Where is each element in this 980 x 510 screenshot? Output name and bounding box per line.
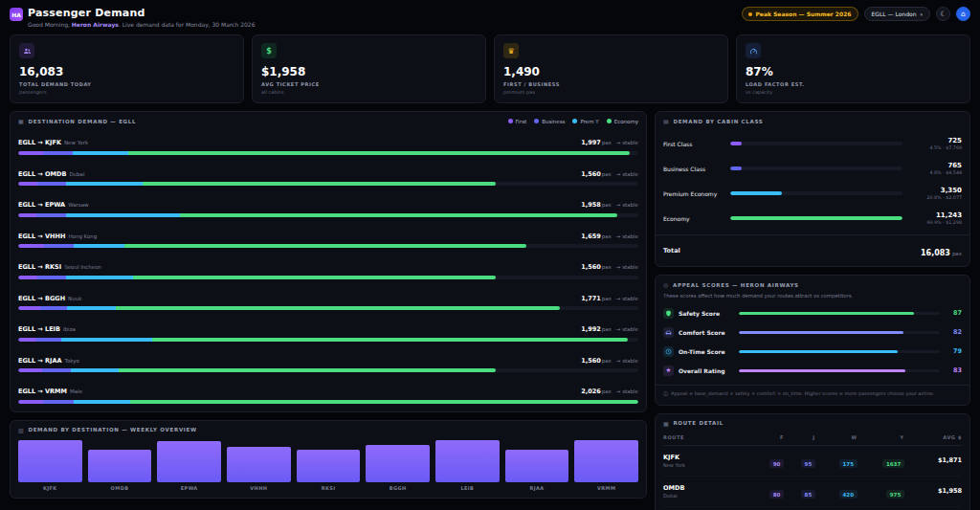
business-demand: 95: [801, 459, 815, 468]
legend-dot-business: [534, 119, 539, 123]
cabin-value: 765: [908, 162, 962, 169]
route-demand-bar: [18, 400, 638, 404]
gauge-icon: [746, 43, 761, 58]
first-segment: [18, 151, 43, 155]
cabin-class-panel: ▤ DEMAND BY CABIN CLASS First Class 7254…: [655, 111, 970, 267]
legend-dot-premy: [572, 119, 577, 123]
appeal-label: Comfort Score: [679, 329, 734, 336]
cabin-label: First Class: [663, 141, 724, 147]
legend-item-premy[interactable]: Prem Y: [572, 119, 598, 124]
economy-segment: [143, 182, 496, 186]
route-code: EGLL → RKSI: [18, 263, 61, 271]
route-trend: → stable: [616, 264, 638, 270]
legend-dot-first: [508, 119, 513, 123]
weekly-bar-group: BGGH: [366, 440, 430, 491]
stat-value: $1,958: [261, 65, 477, 78]
rows-icon: ▤: [663, 118, 669, 124]
route-pax-unit: pax: [602, 264, 612, 270]
legend-item-economy[interactable]: Economy: [607, 119, 638, 124]
panel-title-text: ROUTE DETAIL: [673, 420, 724, 426]
stat-value: 1,490: [503, 65, 719, 78]
legend-item-first[interactable]: First: [508, 119, 527, 124]
weekly-bar-group: EPWA: [157, 440, 221, 491]
page-title: Passenger Demand: [28, 7, 256, 19]
table-icon: ▦: [663, 420, 669, 427]
stat-label: FIRST / BUSINESS: [503, 81, 719, 87]
panel-title-cabin: ▤ DEMAND BY CABIN CLASS: [663, 118, 764, 124]
cabin-label: Business Class: [663, 166, 724, 172]
moon-icon: ☾: [940, 10, 947, 18]
route-demand-row: EGLL → RJAATokyo1,560pax→ stable: [18, 348, 638, 373]
route-pax: 1,659: [581, 233, 601, 240]
panel-title-text: DEMAND BY DESTINATION — WEEKLY OVERVIEW: [28, 427, 196, 432]
total-label: Total: [663, 247, 680, 255]
route-demand-row: EGLL → OMDBDubai1,560pax→ stable: [18, 162, 638, 187]
appeal-subtitle: These scores affect how much demand your…: [656, 293, 969, 303]
weekly-bar-group: KJFK: [18, 440, 82, 491]
cabin-share: 4.5% · $7,769: [908, 145, 962, 150]
cabin-value: 11,243: [908, 211, 962, 219]
crown-icon: ♛: [503, 43, 519, 58]
table-header-row: ROUTE F J W Y AVG $: [663, 432, 962, 446]
legend-item-business[interactable]: Business: [534, 119, 565, 124]
route-demand-row: EGLL → BGGHNuuk1,771pax→ stable: [18, 286, 638, 311]
weekly-bar-label: EPWA: [157, 485, 221, 491]
weekly-bar-label: OMDB: [88, 485, 152, 491]
route-pax-unit: pax: [602, 326, 612, 332]
route-trend: → stable: [616, 140, 638, 145]
airport-selector[interactable]: EGLL — London ▾: [864, 7, 930, 21]
appeal-scores-panel: ◎ APPEAL SCORES — HERON AIRWAYS These sc…: [655, 275, 970, 406]
weekly-bar-chart: KJFK OMDB EPWA VHHH RKSI BGGH LEIB RJAA …: [11, 438, 646, 498]
route-code: EGLL → BGGH: [18, 295, 65, 302]
stat-card-total-demand: 16,083 TOTAL DEMAND TODAY passengers: [10, 34, 244, 103]
panel-title-destination-demand: ▦ DESTINATION DEMAND — EGLL: [18, 118, 136, 124]
route-demand-row: EGLL → KJFKNew York1,997pax→ stable: [18, 130, 638, 155]
weekly-bar-group: VHHH: [227, 440, 291, 491]
cabin-value: 725: [908, 137, 962, 144]
chart-icon: ▦: [18, 118, 24, 124]
home-icon: ⌂: [961, 10, 966, 18]
weekly-demand-bar: [157, 441, 221, 482]
weekly-overview-panel: ▥ DEMAND BY DESTINATION — WEEKLY OVERVIE…: [10, 420, 647, 499]
weekly-demand-bar: [574, 440, 638, 482]
route-city: Male: [70, 388, 82, 394]
theme-toggle-button[interactable]: ☾: [936, 7, 950, 21]
route-code: EGLL → EPWA: [18, 201, 65, 209]
route-trend: → stable: [616, 326, 638, 332]
stat-sublabel: passengers: [19, 89, 234, 95]
route-demand-bar: [18, 338, 638, 342]
route-code: EGLL → LEIB: [18, 325, 60, 333]
business-segment: [36, 213, 66, 217]
panel-title-text: APPEAL SCORES — HERON AIRWAYS: [673, 282, 799, 288]
route-demand-row: EGLL → LEIBIbiza1,992pax→ stable: [18, 317, 638, 342]
legend-label: Economy: [614, 119, 638, 124]
first-segment: [18, 306, 40, 310]
table-row: OMDBDubai 80 85 420 975 $1,958: [663, 477, 962, 507]
route-pax-unit: pax: [602, 388, 612, 394]
cabin-label: Premium Economy: [663, 190, 724, 197]
weekly-bar-label: KJFK: [18, 485, 82, 491]
panel-title-text: DESTINATION DEMAND — EGLL: [28, 119, 136, 124]
left-column: ▦ DESTINATION DEMAND — EGLL First Busine…: [10, 111, 647, 499]
legend-label: Business: [542, 119, 565, 124]
weekly-demand-bar: [18, 440, 82, 481]
stat-sublabel: premium pax: [503, 89, 719, 95]
weekly-bar-label: RKSI: [297, 485, 361, 491]
legend-label: First: [516, 119, 527, 124]
route-trend: → stable: [616, 296, 638, 301]
economy-segment: [152, 338, 628, 342]
business-segment: [43, 151, 74, 155]
crown-glyph: ♛: [507, 47, 514, 55]
route-demand-list: EGLL → KJFKNew York1,997pax→ stable EGLL…: [11, 130, 646, 411]
title-block: Passenger Demand Good Morning, Heron Air…: [28, 7, 256, 28]
weekly-demand-bar: [435, 440, 500, 481]
weekly-demand-bar: [505, 450, 569, 482]
route-code: EGLL → VHHH: [18, 233, 65, 240]
first-segment: [18, 244, 44, 248]
clock-icon: [663, 346, 674, 357]
weekly-bar-group: OMDB: [88, 440, 152, 491]
route-demand-row: EGLL → VRMMMale2,026pax→ stable: [18, 379, 638, 404]
business-segment: [37, 182, 66, 186]
home-button[interactable]: ⌂: [956, 7, 970, 21]
column-header: AVG $: [904, 434, 962, 440]
